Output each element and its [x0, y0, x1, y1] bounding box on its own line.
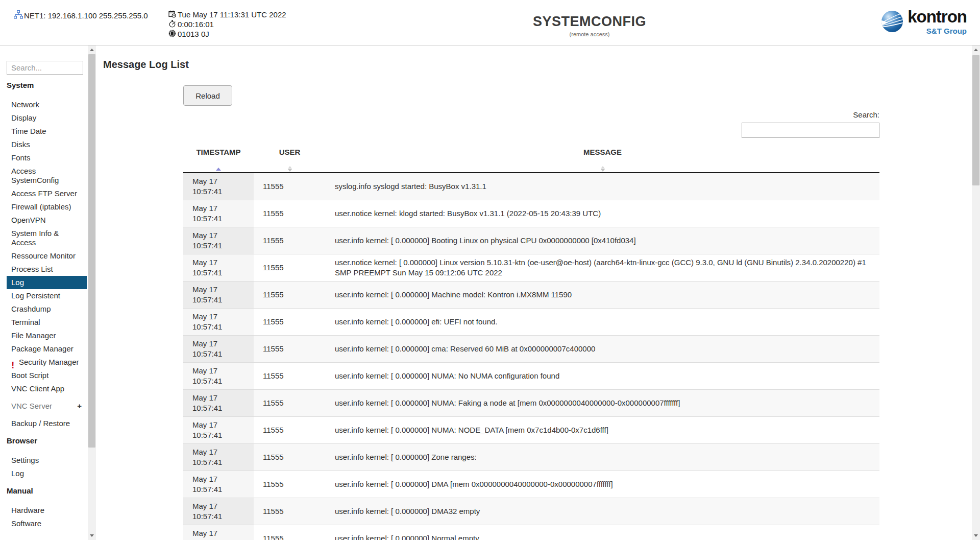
log-row: May 17 10:57:4111555user.notice kernel: … [183, 200, 879, 227]
sidebar-item-crashdump[interactable]: Crashdump [7, 302, 87, 316]
log-cell-user: 11555 [254, 254, 326, 281]
sidebar-item-terminal[interactable]: Terminal [7, 316, 87, 329]
log-cell-user: 11555 [254, 390, 326, 417]
sidebar-item-label: Package Manager [11, 344, 74, 353]
log-cell-ts: May 17 10:57:41 [183, 173, 254, 200]
sidebar-item-boot-script[interactable]: Boot Script [7, 369, 87, 382]
scroll-down-icon[interactable] [972, 531, 980, 540]
log-cell-msg: user.info kernel: [ 0.000000] DMA32 empt… [326, 498, 879, 525]
sidebar-item-label: OpenVPN [11, 216, 46, 224]
log-cell-ts: May 17 10:57:41 [183, 390, 254, 417]
table-search-input[interactable] [742, 123, 879, 138]
sidebar-item-display[interactable]: Display [7, 111, 87, 125]
sidebar-item-label: Terminal [11, 318, 40, 326]
net-label: NET1: 192.168.1.100 255.255.255.0 [24, 11, 148, 20]
sidebar-item-log[interactable]: Log [7, 276, 87, 289]
sort-both-icon [288, 166, 292, 172]
sidebar-item-label: Settings [11, 456, 39, 464]
sidebar-nav: SystemNetworkDisplayTime DateDisksFontsA… [7, 81, 88, 530]
sidebar-item-label: Time Date [11, 127, 46, 135]
sidebar-item-vnc-server[interactable]: VNC Server+ [7, 400, 87, 413]
sidebar-item-process-list[interactable]: Process List [7, 263, 87, 276]
sidebar-item-label: Crashdump [11, 304, 51, 313]
column-header-timestamp[interactable]: TIMESTAMP [183, 146, 254, 173]
app-subtitle: (remote access) [528, 31, 651, 37]
sidebar-item-security-manager[interactable]: !Security Manager [7, 356, 87, 369]
log-cell-user: 11555 [254, 444, 326, 471]
sidebar-search-input[interactable] [7, 61, 83, 75]
kontron-logo: kontron S&T Group [880, 9, 967, 35]
log-cell-msg: user.info kernel: [ 0.000000] Machine mo… [326, 281, 879, 309]
stopwatch-icon [168, 20, 176, 29]
sidebar-item-label: Log Persistent [11, 291, 60, 300]
log-cell-ts: May 17 10:57:41 [183, 254, 254, 281]
log-row: May 17 10:57:4111555user.info kernel: [ … [183, 309, 879, 336]
cpu-row: 01013 0J [168, 29, 286, 39]
sidebar-item-label: Ressource Monitor [11, 251, 76, 260]
log-cell-ts: May 17 10:57:41 [183, 336, 254, 363]
column-label: USER [279, 148, 301, 156]
column-label: MESSAGE [583, 148, 622, 156]
log-cell-ts: May 17 10:57:41 [183, 363, 254, 390]
logo-group-text: S&T Group [926, 27, 967, 35]
main-scrollbar[interactable] [972, 45, 980, 540]
sidebar-item-label: Log [11, 469, 24, 478]
scroll-up-icon[interactable] [972, 45, 980, 54]
sidebar-item-file-manager[interactable]: File Manager [7, 329, 87, 342]
sidebar-item-software[interactable]: Software [7, 517, 87, 530]
scroll-down-icon[interactable] [88, 531, 96, 540]
log-row: May 17 10:57:4111555user.notice kernel: … [183, 254, 879, 281]
log-row: May 17 10:57:4111555user.info kernel: [ … [183, 363, 879, 390]
sidebar-item-package-manager[interactable]: Package Manager [7, 342, 87, 356]
sidebar-item-label: Network [11, 100, 39, 109]
sidebar-item-access-systemconfig[interactable]: Access SystemConfig [7, 165, 87, 187]
sidebar-item-openvpn[interactable]: OpenVPN [7, 214, 87, 227]
log-cell-msg: user.info kernel: [ 0.000000] DMA [mem 0… [326, 471, 879, 498]
log-cell-msg: user.info kernel: [ 0.000000] NUMA: No N… [326, 363, 879, 390]
sidebar-item-log[interactable]: Log [7, 467, 87, 480]
log-cell-ts: May 17 10:57:41 [183, 444, 254, 471]
reload-button[interactable]: Reload [183, 85, 232, 106]
log-cell-msg: user.info kernel: [ 0.000000] cma: Reser… [326, 336, 879, 363]
sidebar-item-access-ftp-server[interactable]: Access FTP Server [7, 187, 87, 200]
log-cell-user: 11555 [254, 525, 326, 540]
log-cell-ts: May 17 10:57:41 [183, 309, 254, 336]
scroll-up-icon[interactable] [88, 45, 96, 54]
sidebar-item-vnc-client-app[interactable]: VNC Client App [7, 382, 87, 395]
expand-plus-icon[interactable]: + [77, 402, 82, 411]
log-row: May 17 10:57:4111555user.info kernel: [ … [183, 336, 879, 363]
log-cell-user: 11555 [254, 336, 326, 363]
sidebar-item-settings[interactable]: Settings [7, 454, 87, 467]
sidebar-item-label: Hardware [11, 506, 44, 514]
main-scrollbar-thumb[interactable] [972, 55, 979, 185]
page-title: Message Log List [103, 59, 189, 71]
sidebar-item-network[interactable]: Network [7, 98, 87, 111]
sidebar-item-label: VNC Server [11, 402, 52, 410]
sidebar-scrollbar[interactable] [88, 45, 96, 540]
sidebar-item-label: VNC Client App [11, 384, 64, 393]
sidebar-item-log-persistent[interactable]: Log Persistent [7, 289, 87, 302]
sidebar-section-system: System [7, 81, 88, 90]
column-header-user[interactable]: USER [254, 146, 326, 173]
sidebar-item-ressource-monitor[interactable]: Ressource Monitor [7, 249, 87, 263]
column-header-message[interactable]: MESSAGE [326, 146, 879, 173]
sidebar-section-manual: Manual [7, 486, 88, 496]
calendar-clock-icon [168, 10, 176, 19]
sidebar-item-time-date[interactable]: Time Date [7, 125, 87, 138]
sidebar-item-hardware[interactable]: Hardware [7, 504, 87, 517]
sidebar-item-system-info-access[interactable]: System Info & Access [7, 227, 87, 249]
log-cell-ts: May 17 10:57:41 [183, 417, 254, 444]
chip-icon [168, 30, 176, 39]
log-row: May 17 10:57:4111555user.info kernel: [ … [183, 417, 879, 444]
top-header: NET1: 192.168.1.100 255.255.255.0 Tue Ma… [0, 0, 980, 45]
sidebar-scrollbar-thumb[interactable] [88, 54, 95, 448]
sidebar-item-fonts[interactable]: Fonts [7, 151, 87, 165]
log-cell-msg: syslog.info syslogd started: BusyBox v1.… [326, 173, 879, 200]
log-cell-user: 11555 [254, 471, 326, 498]
sidebar-item-firewall-iptables[interactable]: Firewall (iptables) [7, 200, 87, 214]
sidebar-item-label: Boot Script [11, 371, 48, 380]
sidebar-item-disks[interactable]: Disks [7, 138, 87, 151]
log-cell-msg: user.info kernel: [ 0.000000] Normal emp… [326, 525, 879, 540]
sidebar-item-backup-restore[interactable]: Backup / Restore [7, 417, 87, 430]
log-row: May 17 10:57:4111555user.info kernel: [ … [183, 498, 879, 525]
